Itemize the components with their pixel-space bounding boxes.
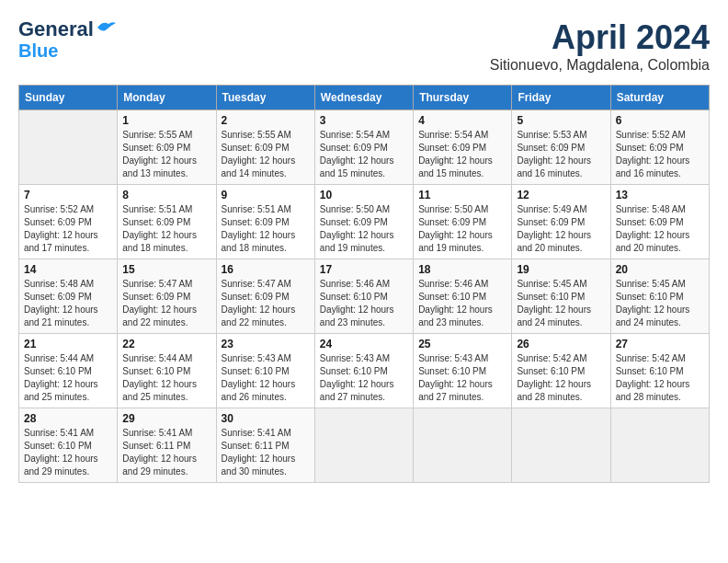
- day-number: 17: [320, 263, 408, 276]
- weekday-header-wednesday: Wednesday: [314, 86, 413, 110]
- day-info: Sunrise: 5:44 AMSunset: 6:10 PMDaylight:…: [122, 353, 197, 402]
- calendar-cell: 7 Sunrise: 5:52 AMSunset: 6:09 PMDayligh…: [19, 185, 118, 259]
- week-row-3: 14 Sunrise: 5:48 AMSunset: 6:09 PMDaylig…: [19, 259, 710, 334]
- calendar-cell: 23 Sunrise: 5:43 AMSunset: 6:10 PMDaylig…: [216, 334, 314, 408]
- logo: General Blue: [18, 18, 116, 61]
- day-number: 24: [320, 338, 408, 350]
- calendar-cell: 3 Sunrise: 5:54 AMSunset: 6:09 PMDayligh…: [314, 110, 413, 185]
- calendar-cell: 22 Sunrise: 5:44 AMSunset: 6:10 PMDaylig…: [118, 334, 216, 408]
- day-number: 7: [24, 189, 112, 201]
- day-number: 20: [616, 263, 704, 276]
- day-info: Sunrise: 5:50 AMSunset: 6:09 PMDaylight:…: [418, 204, 493, 253]
- day-info: Sunrise: 5:42 AMSunset: 6:10 PMDaylight:…: [616, 353, 690, 402]
- day-info: Sunrise: 5:45 AMSunset: 6:10 PMDaylight:…: [517, 279, 591, 327]
- day-number: 25: [418, 338, 506, 350]
- calendar-cell: 14 Sunrise: 5:48 AMSunset: 6:09 PMDaylig…: [19, 259, 118, 334]
- day-info: Sunrise: 5:55 AMSunset: 6:09 PMDaylight:…: [122, 130, 197, 178]
- calendar-cell: 4 Sunrise: 5:54 AMSunset: 6:09 PMDayligh…: [414, 110, 512, 185]
- day-number: 29: [122, 412, 210, 425]
- day-info: Sunrise: 5:46 AMSunset: 6:10 PMDaylight:…: [320, 279, 394, 327]
- calendar-cell: 25 Sunrise: 5:43 AMSunset: 6:10 PMDaylig…: [414, 334, 512, 408]
- day-number: 23: [222, 338, 310, 350]
- day-info: Sunrise: 5:45 AMSunset: 6:10 PMDaylight:…: [616, 279, 690, 327]
- day-info: Sunrise: 5:47 AMSunset: 6:09 PMDaylight:…: [222, 279, 296, 327]
- day-number: 21: [24, 338, 112, 350]
- day-info: Sunrise: 5:42 AMSunset: 6:10 PMDaylight:…: [517, 353, 591, 402]
- calendar-cell: [314, 408, 413, 483]
- day-number: 30: [222, 412, 310, 425]
- calendar-cell: 26 Sunrise: 5:42 AMSunset: 6:10 PMDaylig…: [512, 334, 610, 408]
- week-row-5: 28 Sunrise: 5:41 AMSunset: 6:10 PMDaylig…: [19, 408, 710, 483]
- day-info: Sunrise: 5:51 AMSunset: 6:09 PMDaylight:…: [222, 204, 296, 253]
- calendar-cell: [610, 408, 709, 483]
- calendar-cell: 18 Sunrise: 5:46 AMSunset: 6:10 PMDaylig…: [414, 259, 512, 334]
- day-info: Sunrise: 5:41 AMSunset: 6:11 PMDaylight:…: [122, 428, 197, 477]
- calendar-cell: 19 Sunrise: 5:45 AMSunset: 6:10 PMDaylig…: [512, 259, 610, 334]
- weekday-header-sunday: Sunday: [19, 86, 118, 110]
- month-title: April 2024: [490, 18, 710, 57]
- day-number: 12: [517, 189, 605, 201]
- calendar-cell: 9 Sunrise: 5:51 AMSunset: 6:09 PMDayligh…: [216, 185, 314, 259]
- calendar-cell: 15 Sunrise: 5:47 AMSunset: 6:09 PMDaylig…: [118, 259, 216, 334]
- day-number: 22: [122, 338, 210, 350]
- day-info: Sunrise: 5:54 AMSunset: 6:09 PMDaylight:…: [418, 130, 493, 178]
- day-number: 14: [24, 263, 112, 276]
- day-number: 2: [222, 114, 310, 127]
- day-number: 15: [122, 263, 210, 276]
- calendar-cell: 27 Sunrise: 5:42 AMSunset: 6:10 PMDaylig…: [610, 334, 709, 408]
- logo-text-blue: Blue: [18, 40, 58, 61]
- calendar-cell: 24 Sunrise: 5:43 AMSunset: 6:10 PMDaylig…: [314, 334, 413, 408]
- calendar-cell: 1 Sunrise: 5:55 AMSunset: 6:09 PMDayligh…: [118, 110, 216, 185]
- day-number: 18: [418, 263, 506, 276]
- logo-bird-icon: [96, 20, 116, 35]
- calendar-cell: 8 Sunrise: 5:51 AMSunset: 6:09 PMDayligh…: [118, 185, 216, 259]
- day-number: 6: [616, 114, 704, 127]
- day-info: Sunrise: 5:54 AMSunset: 6:09 PMDaylight:…: [320, 130, 394, 178]
- weekday-header-saturday: Saturday: [610, 86, 709, 110]
- day-number: 28: [24, 412, 112, 425]
- day-info: Sunrise: 5:43 AMSunset: 6:10 PMDaylight:…: [418, 353, 493, 402]
- logo-text-general: General: [18, 18, 94, 40]
- day-info: Sunrise: 5:55 AMSunset: 6:09 PMDaylight:…: [222, 130, 296, 178]
- day-number: 1: [122, 114, 210, 127]
- day-number: 5: [517, 114, 605, 127]
- day-number: 8: [122, 189, 210, 201]
- calendar-cell: 30 Sunrise: 5:41 AMSunset: 6:11 PMDaylig…: [216, 408, 314, 483]
- day-number: 19: [517, 263, 605, 276]
- calendar-cell: 16 Sunrise: 5:47 AMSunset: 6:09 PMDaylig…: [216, 259, 314, 334]
- day-number: 3: [320, 114, 408, 127]
- day-info: Sunrise: 5:52 AMSunset: 6:09 PMDaylight:…: [24, 204, 98, 253]
- day-info: Sunrise: 5:53 AMSunset: 6:09 PMDaylight:…: [517, 130, 591, 178]
- day-info: Sunrise: 5:41 AMSunset: 6:10 PMDaylight:…: [24, 428, 98, 477]
- day-info: Sunrise: 5:43 AMSunset: 6:10 PMDaylight:…: [320, 353, 394, 402]
- day-number: 10: [320, 189, 408, 201]
- day-number: 11: [418, 189, 506, 201]
- weekday-header-monday: Monday: [118, 86, 216, 110]
- day-info: Sunrise: 5:41 AMSunset: 6:11 PMDaylight:…: [222, 428, 296, 477]
- calendar-cell: [512, 408, 610, 483]
- calendar-table: SundayMondayTuesdayWednesdayThursdayFrid…: [18, 85, 710, 483]
- day-info: Sunrise: 5:43 AMSunset: 6:10 PMDaylight:…: [222, 353, 296, 402]
- day-info: Sunrise: 5:48 AMSunset: 6:09 PMDaylight:…: [616, 204, 690, 253]
- calendar-cell: 17 Sunrise: 5:46 AMSunset: 6:10 PMDaylig…: [314, 259, 413, 334]
- calendar-cell: 12 Sunrise: 5:49 AMSunset: 6:09 PMDaylig…: [512, 185, 610, 259]
- calendar-cell: [19, 110, 118, 185]
- week-row-2: 7 Sunrise: 5:52 AMSunset: 6:09 PMDayligh…: [19, 185, 710, 259]
- page-header: General Blue April 2024 Sitionuevo, Magd…: [18, 18, 710, 74]
- calendar-cell: 5 Sunrise: 5:53 AMSunset: 6:09 PMDayligh…: [512, 110, 610, 185]
- weekday-header-row: SundayMondayTuesdayWednesdayThursdayFrid…: [19, 86, 710, 110]
- weekday-header-thursday: Thursday: [414, 86, 512, 110]
- day-number: 26: [517, 338, 605, 350]
- day-info: Sunrise: 5:51 AMSunset: 6:09 PMDaylight:…: [122, 204, 197, 253]
- weekday-header-tuesday: Tuesday: [216, 86, 314, 110]
- location-title: Sitionuevo, Magdalena, Colombia: [490, 57, 710, 74]
- day-number: 4: [418, 114, 506, 127]
- day-info: Sunrise: 5:48 AMSunset: 6:09 PMDaylight:…: [24, 279, 98, 327]
- weekday-header-friday: Friday: [512, 86, 610, 110]
- calendar-cell: 13 Sunrise: 5:48 AMSunset: 6:09 PMDaylig…: [610, 185, 709, 259]
- title-section: April 2024 Sitionuevo, Magdalena, Colomb…: [490, 18, 710, 74]
- calendar-cell: 29 Sunrise: 5:41 AMSunset: 6:11 PMDaylig…: [118, 408, 216, 483]
- calendar-cell: 28 Sunrise: 5:41 AMSunset: 6:10 PMDaylig…: [19, 408, 118, 483]
- day-info: Sunrise: 5:49 AMSunset: 6:09 PMDaylight:…: [517, 204, 591, 253]
- day-info: Sunrise: 5:47 AMSunset: 6:09 PMDaylight:…: [122, 279, 197, 327]
